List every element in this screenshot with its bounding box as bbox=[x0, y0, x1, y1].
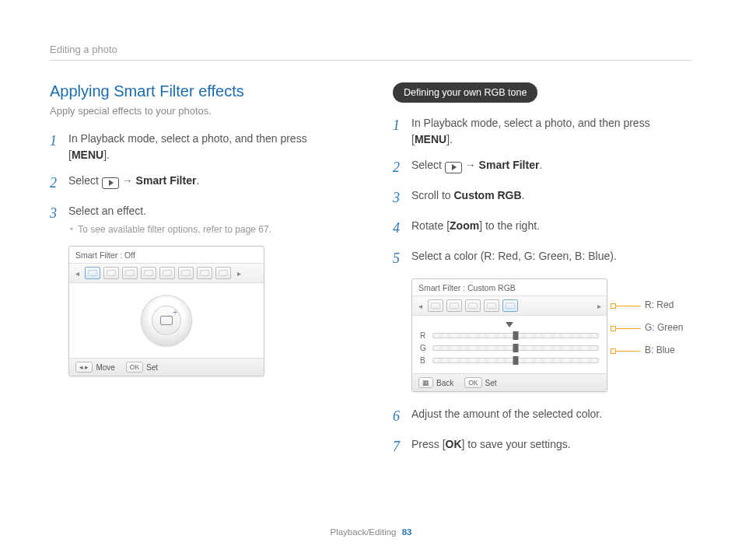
footer-section: Playback/Editing bbox=[330, 527, 396, 537]
strip-left-arrow[interactable]: ◂ bbox=[415, 299, 425, 313]
steps-left: 1 In Playback mode, select a photo, and … bbox=[50, 131, 349, 236]
filter-chip-selected[interactable] bbox=[85, 267, 100, 279]
r-slider-row: R bbox=[420, 331, 599, 340]
step-number: 1 bbox=[50, 131, 61, 152]
color-selector-caret bbox=[420, 322, 599, 327]
g-label: G bbox=[420, 344, 428, 352]
rgb-callouts: R: Red G: Green B: Blue bbox=[614, 299, 683, 367]
text: . bbox=[196, 174, 199, 187]
step-text: In Playback mode, select a photo, and th… bbox=[411, 115, 692, 148]
text: . bbox=[539, 159, 542, 171]
footer-page-number: 83 bbox=[402, 527, 412, 537]
back-label: Back bbox=[436, 379, 453, 387]
step-text: Select an effect. To see available filte… bbox=[68, 203, 349, 236]
steps-right-b: 6 Adjust the amount of the selected colo… bbox=[393, 406, 692, 457]
arrows-button-icon: ◂ ▸ bbox=[75, 362, 93, 373]
section-subtitle: Apply special effects to your photos. bbox=[50, 105, 349, 117]
step-3: 3 Select an effect. To see available fil… bbox=[50, 203, 349, 236]
step-3: 3 Scroll to Custom RGB. bbox=[393, 187, 692, 208]
text: Select bbox=[411, 159, 445, 171]
text: → bbox=[462, 159, 479, 171]
callout-r: R: Red bbox=[614, 299, 683, 310]
slider-thumb[interactable] bbox=[513, 356, 519, 365]
ok-button-icon: OK bbox=[464, 377, 481, 388]
dial-ring[interactable] bbox=[141, 295, 192, 346]
step-text: Scroll to Custom RGB. bbox=[411, 187, 692, 204]
right-column: Defining your own RGB tone 1 In Playback… bbox=[393, 82, 692, 467]
ok-label: OK bbox=[446, 438, 462, 450]
r-label: R bbox=[420, 331, 428, 340]
step-text: Select → Smart Filter. bbox=[411, 157, 692, 173]
filter-chip[interactable] bbox=[141, 267, 156, 279]
filter-chip[interactable] bbox=[122, 267, 138, 279]
set-hint: OK Set bbox=[126, 362, 158, 373]
section-title: Applying Smart Filter effects bbox=[50, 82, 349, 100]
text: Rotate [ bbox=[411, 219, 450, 232]
strip-left-arrow[interactable]: ◂ bbox=[72, 266, 82, 280]
move-hint: ◂ ▸ Move bbox=[75, 362, 115, 373]
step-number: 3 bbox=[50, 203, 61, 224]
filter-strip: ◂ ▸ bbox=[412, 296, 607, 316]
step-number: 6 bbox=[393, 406, 404, 427]
callout-g: G: Green bbox=[614, 322, 683, 333]
text: . bbox=[522, 189, 525, 201]
step-text: Rotate [Zoom] to the right. bbox=[411, 218, 692, 234]
b-slider-row: B bbox=[420, 356, 599, 365]
filter-chip[interactable] bbox=[215, 267, 231, 279]
sub-bullet: To see available filter options, refer t… bbox=[68, 222, 349, 236]
camera-stage bbox=[69, 283, 264, 358]
step-2: 2 Select → Smart Filter. bbox=[50, 173, 349, 194]
ok-button-icon: OK bbox=[126, 362, 143, 373]
step-number: 2 bbox=[393, 157, 404, 178]
b-slider[interactable] bbox=[432, 358, 599, 363]
strip-right-arrow[interactable]: ▸ bbox=[234, 266, 243, 280]
filter-chip-selected[interactable] bbox=[502, 299, 518, 312]
back-hint: ▦ Back bbox=[418, 377, 453, 388]
step-text: Press [OK] to save your settings. bbox=[411, 436, 692, 453]
step-1: 1 In Playback mode, select a photo, and … bbox=[393, 115, 692, 148]
step-number: 2 bbox=[50, 173, 61, 194]
filter-chip[interactable] bbox=[103, 267, 119, 279]
smart-filter-label: Smart Filter bbox=[479, 159, 540, 171]
slider-thumb[interactable] bbox=[513, 344, 519, 352]
b-label: B bbox=[420, 356, 428, 365]
filter-chip[interactable] bbox=[159, 267, 175, 279]
step-text: Adjust the amount of the selected color. bbox=[411, 406, 692, 422]
callout-b: B: Blue bbox=[614, 345, 683, 355]
smart-filter-label: Smart Filter bbox=[136, 174, 197, 187]
filter-chip[interactable] bbox=[446, 299, 462, 312]
strip-right-arrow[interactable]: ▸ bbox=[594, 299, 604, 313]
text: ] to save your settings. bbox=[462, 438, 571, 450]
camera-title: Smart Filter : Off bbox=[69, 247, 264, 263]
filter-chip[interactable] bbox=[484, 299, 499, 312]
text: Select bbox=[68, 174, 102, 187]
filter-chip[interactable] bbox=[178, 267, 194, 279]
back-button-icon: ▦ bbox=[418, 377, 433, 388]
playback-icon bbox=[445, 162, 462, 173]
page-footer: Playback/Editing 83 bbox=[0, 527, 742, 537]
g-slider[interactable] bbox=[432, 345, 599, 351]
filter-chip[interactable] bbox=[197, 267, 212, 279]
filter-strip: ◂ ▸ bbox=[69, 263, 264, 283]
playback-icon bbox=[102, 177, 119, 189]
step-2: 2 Select → Smart Filter. bbox=[393, 157, 692, 178]
filter-chip[interactable] bbox=[428, 299, 443, 312]
camera-preview-custom-rgb: Smart Filter : Custom RGB ◂ ▸ bbox=[411, 278, 607, 392]
step-1: 1 In Playback mode, select a photo, and … bbox=[50, 131, 349, 163]
left-column: Applying Smart Filter effects Apply spec… bbox=[50, 82, 349, 467]
step-text: In Playback mode, select a photo, and th… bbox=[68, 131, 349, 163]
text: ] to the right. bbox=[479, 219, 540, 232]
set-hint: OK Set bbox=[464, 377, 496, 388]
step-number: 3 bbox=[393, 187, 404, 208]
slider-thumb[interactable] bbox=[513, 331, 519, 340]
camera-footer: ▦ Back OK Set bbox=[412, 373, 607, 391]
step-7: 7 Press [OK] to save your settings. bbox=[393, 436, 692, 457]
subsection-pill: Defining your own RGB tone bbox=[393, 82, 537, 103]
r-slider[interactable] bbox=[432, 333, 599, 338]
step-number: 1 bbox=[393, 115, 404, 136]
step-text: Select → Smart Filter. bbox=[68, 173, 349, 189]
menu-label: MENU bbox=[72, 149, 103, 161]
filter-chip[interactable] bbox=[465, 299, 481, 312]
camera-preview-smart-filter: Smart Filter : Off ◂ ▸ bbox=[68, 246, 264, 376]
step-text: Select a color (R: Red, G: Green, B: Blu… bbox=[411, 248, 692, 264]
